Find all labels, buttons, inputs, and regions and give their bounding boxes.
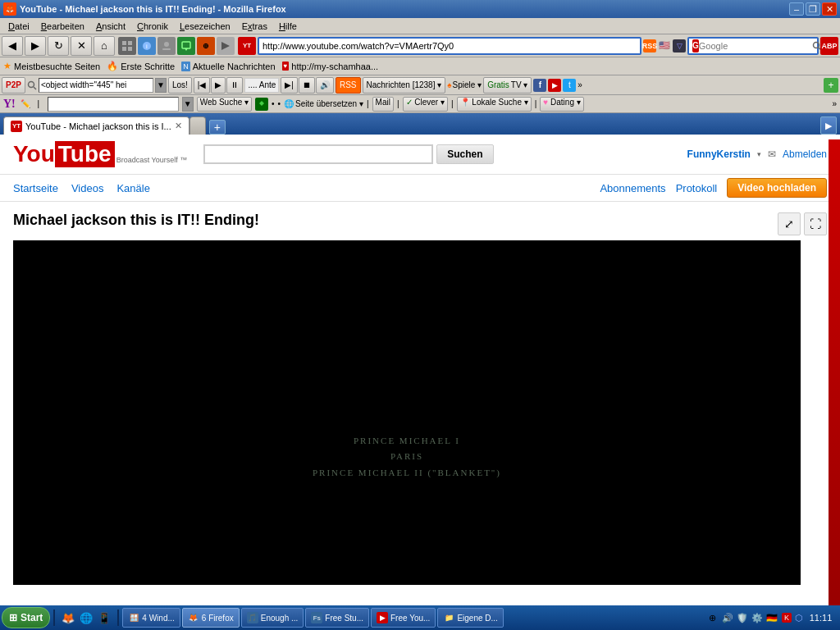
adblock-icon[interactable]: ABP <box>820 37 838 55</box>
taskbar-freestudio[interactable]: Fs Free Stu... <box>305 608 369 628</box>
nav-icon-3[interactable] <box>158 37 176 55</box>
bookmark-my-scham[interactable]: ♥ http://my-schamhaa... <box>282 62 379 71</box>
upload-button[interactable]: Video hochladen <box>727 178 827 198</box>
youtube-search-button[interactable]: Suchen <box>436 144 493 164</box>
player-stop[interactable]: ⏹ <box>299 77 315 94</box>
restore-button[interactable]: ❐ <box>806 2 820 16</box>
nav-icon-2[interactable]: i <box>138 37 156 55</box>
minimize-button[interactable]: – <box>789 2 804 16</box>
twitter-icon[interactable]: t <box>563 79 576 92</box>
dropdown-arrow[interactable]: ▼ <box>155 78 167 93</box>
player-prev[interactable]: |◀ <box>194 77 211 94</box>
close-button[interactable]: ✕ <box>822 2 837 16</box>
facebook-icon[interactable]: f <box>533 79 546 92</box>
nav-icon-5[interactable]: ⊕ <box>197 37 215 55</box>
nav-startseite[interactable]: Startseite <box>13 182 58 194</box>
new-tab-button[interactable]: + <box>209 120 226 135</box>
rss-btn[interactable]: RSS <box>336 77 361 94</box>
object-input[interactable] <box>39 78 153 93</box>
clever-btn[interactable]: ✓ Clever ▾ <box>403 97 448 112</box>
nav-protokoll[interactable]: Protokoll <box>676 182 718 194</box>
fullscreen-button[interactable]: ⛶ <box>804 212 827 235</box>
tab-bar: YT YouTube - Michael jackson this is I..… <box>0 113 840 135</box>
toolbar-expand[interactable]: » <box>832 99 837 108</box>
username-dropdown-icon[interactable]: ▾ <box>757 150 761 158</box>
systray-icon-1[interactable]: ⊕ <box>706 611 719 624</box>
signout-link[interactable]: Abmelden <box>783 148 827 160</box>
systray-icon-3[interactable]: 🛡️ <box>736 611 749 624</box>
address-bar-container[interactable] <box>258 37 641 55</box>
quicklaunch-firefox[interactable]: 🦊 <box>60 609 76 626</box>
video-credits: PRINCE MICHAEL I PARIS PRINCE MICHAEL II… <box>313 433 501 482</box>
systray-icon-4[interactable]: ⚙️ <box>751 611 764 624</box>
bookmark-nachrichten[interactable]: N Aktuelle Nachrichten <box>181 62 275 71</box>
player-volume[interactable]: 🔊 <box>316 77 334 94</box>
rss-icon[interactable]: RSS <box>643 39 656 52</box>
menu-hilfe[interactable]: Hilfe <box>274 21 302 32</box>
seite-ueb-area[interactable]: 🌐 Seite übersetzen ▾ <box>284 99 363 108</box>
nav-icon-1[interactable] <box>118 37 136 55</box>
bookmark-meistbesuchte[interactable]: ★ Meistbesuchte Seiten <box>3 61 100 71</box>
player-pause[interactable]: ⏸ <box>226 77 243 94</box>
player-next[interactable]: ▶| <box>281 77 298 94</box>
antivirus-icon[interactable]: K <box>782 613 792 623</box>
taskbar-eigened[interactable]: 📁 Eigene D... <box>437 608 503 628</box>
reload-button[interactable]: ↻ <box>48 36 69 56</box>
menu-chronik[interactable]: Chronik <box>132 21 173 32</box>
nav-abonnements[interactable]: Abonnements <box>600 182 665 194</box>
toolbar-more[interactable]: » <box>578 80 582 89</box>
home-button[interactable]: ⌂ <box>94 36 115 56</box>
nachrichten-btn[interactable]: Nachrichten [1238] ▾ <box>363 77 446 94</box>
youtube-search-input[interactable] <box>203 144 433 164</box>
menu-extras[interactable]: Extras <box>237 21 272 32</box>
nav-kanaele[interactable]: Kanäle <box>116 182 149 194</box>
menu-ansicht[interactable]: Ansicht <box>91 21 130 32</box>
menu-lesezeichen[interactable]: Lesezeichen <box>175 21 235 32</box>
tab-empty[interactable] <box>189 116 206 135</box>
lokale-suche-btn[interactable]: 📍 Lokale Suche ▾ <box>457 97 532 112</box>
gratis-tv-btn[interactable]: Gratis TV ▾ <box>483 77 532 94</box>
green-icon <box>255 98 268 111</box>
web-suche-btn[interactable]: Web Suche ▾ <box>197 97 252 112</box>
los-button[interactable]: Los! <box>168 77 192 94</box>
player-play[interactable]: ▶ <box>211 77 226 94</box>
systray-icon-2[interactable]: 🔊 <box>721 611 734 624</box>
taskbar-freeyoutube[interactable]: ▶ Free You... <box>371 608 436 628</box>
youtube-username[interactable]: FunnyKerstin <box>687 148 751 160</box>
nav-videos[interactable]: Videos <box>71 182 104 194</box>
mail-icon[interactable]: ✉ <box>768 148 776 160</box>
expand-button[interactable]: ⤢ <box>778 212 801 235</box>
quicklaunch-ie[interactable]: 🌐 <box>78 609 94 626</box>
tab-scroll-right[interactable]: ▶ <box>820 116 837 135</box>
page-scrollbar[interactable] <box>829 139 840 605</box>
tab-youtube[interactable]: YT YouTube - Michael jackson this is I..… <box>3 116 189 135</box>
nav-icon-4[interactable] <box>177 37 195 55</box>
video-player[interactable]: PRINCE MICHAEL I PARIS PRINCE MICHAEL II… <box>13 240 801 585</box>
menu-datei[interactable]: Datei <box>3 21 34 32</box>
menu-bearbeiten[interactable]: Bearbeiten <box>36 21 89 32</box>
p2p-button[interactable]: P2P <box>2 77 25 94</box>
search-container[interactable]: G <box>687 37 819 55</box>
stop-button[interactable]: ✕ <box>71 36 92 56</box>
taskbar-4wind[interactable]: 🪟 4 Wind... <box>122 608 180 628</box>
start-button[interactable]: ⊞ Start <box>2 607 50 628</box>
address-bar-input[interactable] <box>262 41 637 51</box>
search-input[interactable] <box>699 41 812 51</box>
taskbar-firefox[interactable]: 🦊 6 Firefox <box>182 608 240 628</box>
tab-close-button[interactable]: ✕ <box>175 121 182 131</box>
back-button[interactable]: ◀ <box>2 36 23 56</box>
pencil-icon[interactable]: ✏️ <box>19 98 32 111</box>
add-toolbar-btn[interactable]: + <box>824 78 838 93</box>
bookmark-erste-schritte[interactable]: 🔥 Erste Schritte <box>107 61 175 71</box>
taskbar-enough[interactable]: 🎵 Enough ... <box>241 608 304 628</box>
yahoo-search-input[interactable] <box>48 97 179 112</box>
nav-icon-6[interactable] <box>217 37 235 55</box>
dating-btn[interactable]: ♥ Dating ▾ <box>540 97 583 112</box>
spiele-icon[interactable]: ♠ Spiele ▾ <box>447 80 482 89</box>
mail-btn[interactable]: Mail <box>372 97 394 112</box>
quicklaunch-app[interactable]: 📱 <box>96 609 112 626</box>
youtube-header: YouTube Broadcast Yourself ™ Suchen Funn… <box>0 135 840 175</box>
forward-button[interactable]: ▶ <box>25 36 46 56</box>
yahoo-dropdown[interactable]: ▼ <box>182 97 194 112</box>
youtube-icon-sm[interactable]: ▶ <box>548 79 561 92</box>
